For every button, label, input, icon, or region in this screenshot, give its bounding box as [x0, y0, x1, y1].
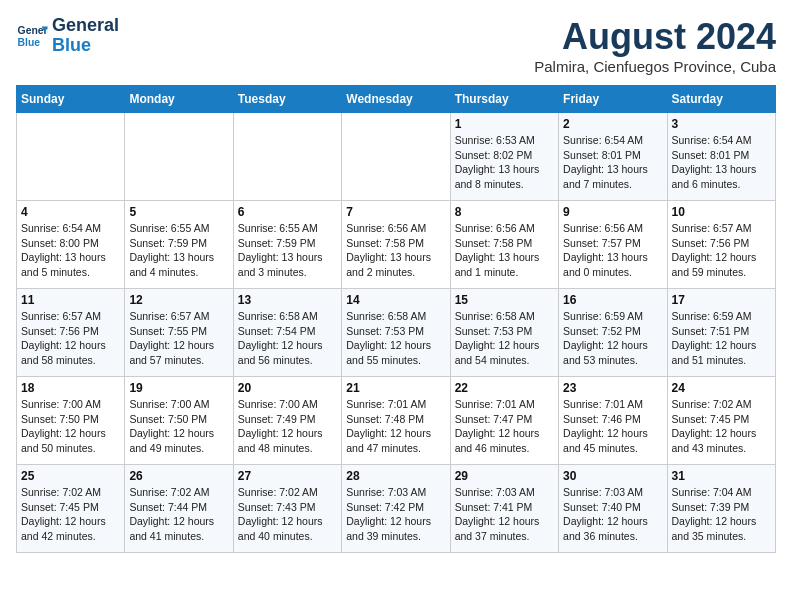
day-number: 6: [238, 205, 337, 219]
day-cell: [17, 113, 125, 201]
week-row-2: 4Sunrise: 6:54 AM Sunset: 8:00 PM Daylig…: [17, 201, 776, 289]
day-number: 16: [563, 293, 662, 307]
day-cell: 5Sunrise: 6:55 AM Sunset: 7:59 PM Daylig…: [125, 201, 233, 289]
day-info: Sunrise: 6:57 AM Sunset: 7:55 PM Dayligh…: [129, 309, 228, 368]
day-info: Sunrise: 7:04 AM Sunset: 7:39 PM Dayligh…: [672, 485, 771, 544]
day-number: 25: [21, 469, 120, 483]
day-cell: 21Sunrise: 7:01 AM Sunset: 7:48 PM Dayli…: [342, 377, 450, 465]
day-info: Sunrise: 6:57 AM Sunset: 7:56 PM Dayligh…: [672, 221, 771, 280]
day-number: 1: [455, 117, 554, 131]
day-info: Sunrise: 7:02 AM Sunset: 7:44 PM Dayligh…: [129, 485, 228, 544]
day-cell: 17Sunrise: 6:59 AM Sunset: 7:51 PM Dayli…: [667, 289, 775, 377]
day-info: Sunrise: 7:01 AM Sunset: 7:46 PM Dayligh…: [563, 397, 662, 456]
day-number: 8: [455, 205, 554, 219]
logo-text-general: General: [52, 16, 119, 36]
logo-icon: General Blue: [16, 20, 48, 52]
day-number: 4: [21, 205, 120, 219]
day-info: Sunrise: 7:00 AM Sunset: 7:50 PM Dayligh…: [21, 397, 120, 456]
day-cell: 28Sunrise: 7:03 AM Sunset: 7:42 PM Dayli…: [342, 465, 450, 553]
day-number: 2: [563, 117, 662, 131]
svg-text:Blue: Blue: [18, 36, 41, 47]
day-number: 13: [238, 293, 337, 307]
title-area: August 2024 Palmira, Cienfuegos Province…: [534, 16, 776, 75]
header-sunday: Sunday: [17, 86, 125, 113]
day-info: Sunrise: 6:56 AM Sunset: 7:57 PM Dayligh…: [563, 221, 662, 280]
day-cell: 19Sunrise: 7:00 AM Sunset: 7:50 PM Dayli…: [125, 377, 233, 465]
day-cell: 13Sunrise: 6:58 AM Sunset: 7:54 PM Dayli…: [233, 289, 341, 377]
day-cell: 8Sunrise: 6:56 AM Sunset: 7:58 PM Daylig…: [450, 201, 558, 289]
day-number: 28: [346, 469, 445, 483]
day-cell: 9Sunrise: 6:56 AM Sunset: 7:57 PM Daylig…: [559, 201, 667, 289]
calendar-subtitle: Palmira, Cienfuegos Province, Cuba: [534, 58, 776, 75]
day-cell: [342, 113, 450, 201]
day-info: Sunrise: 6:54 AM Sunset: 8:00 PM Dayligh…: [21, 221, 120, 280]
day-info: Sunrise: 7:02 AM Sunset: 7:43 PM Dayligh…: [238, 485, 337, 544]
day-cell: 25Sunrise: 7:02 AM Sunset: 7:45 PM Dayli…: [17, 465, 125, 553]
day-cell: 29Sunrise: 7:03 AM Sunset: 7:41 PM Dayli…: [450, 465, 558, 553]
header-thursday: Thursday: [450, 86, 558, 113]
day-number: 11: [21, 293, 120, 307]
day-info: Sunrise: 7:01 AM Sunset: 7:48 PM Dayligh…: [346, 397, 445, 456]
day-cell: [233, 113, 341, 201]
day-info: Sunrise: 6:59 AM Sunset: 7:51 PM Dayligh…: [672, 309, 771, 368]
day-number: 18: [21, 381, 120, 395]
day-info: Sunrise: 7:00 AM Sunset: 7:49 PM Dayligh…: [238, 397, 337, 456]
week-row-3: 11Sunrise: 6:57 AM Sunset: 7:56 PM Dayli…: [17, 289, 776, 377]
day-number: 9: [563, 205, 662, 219]
day-number: 14: [346, 293, 445, 307]
day-info: Sunrise: 6:58 AM Sunset: 7:53 PM Dayligh…: [455, 309, 554, 368]
day-info: Sunrise: 6:56 AM Sunset: 7:58 PM Dayligh…: [455, 221, 554, 280]
day-cell: 26Sunrise: 7:02 AM Sunset: 7:44 PM Dayli…: [125, 465, 233, 553]
day-cell: 24Sunrise: 7:02 AM Sunset: 7:45 PM Dayli…: [667, 377, 775, 465]
day-info: Sunrise: 6:59 AM Sunset: 7:52 PM Dayligh…: [563, 309, 662, 368]
day-info: Sunrise: 6:54 AM Sunset: 8:01 PM Dayligh…: [563, 133, 662, 192]
header-monday: Monday: [125, 86, 233, 113]
day-cell: 20Sunrise: 7:00 AM Sunset: 7:49 PM Dayli…: [233, 377, 341, 465]
header-friday: Friday: [559, 86, 667, 113]
day-number: 7: [346, 205, 445, 219]
day-cell: 7Sunrise: 6:56 AM Sunset: 7:58 PM Daylig…: [342, 201, 450, 289]
logo: General Blue General Blue: [16, 16, 119, 56]
day-cell: 30Sunrise: 7:03 AM Sunset: 7:40 PM Dayli…: [559, 465, 667, 553]
header: General Blue General Blue August 2024 Pa…: [16, 16, 776, 75]
day-number: 22: [455, 381, 554, 395]
day-info: Sunrise: 7:02 AM Sunset: 7:45 PM Dayligh…: [21, 485, 120, 544]
day-cell: 22Sunrise: 7:01 AM Sunset: 7:47 PM Dayli…: [450, 377, 558, 465]
logo-text-blue: Blue: [52, 36, 119, 56]
day-cell: 15Sunrise: 6:58 AM Sunset: 7:53 PM Dayli…: [450, 289, 558, 377]
day-number: 23: [563, 381, 662, 395]
day-cell: 6Sunrise: 6:55 AM Sunset: 7:59 PM Daylig…: [233, 201, 341, 289]
day-cell: [125, 113, 233, 201]
day-info: Sunrise: 7:01 AM Sunset: 7:47 PM Dayligh…: [455, 397, 554, 456]
calendar-header: SundayMondayTuesdayWednesdayThursdayFrid…: [17, 86, 776, 113]
calendar-title: August 2024: [534, 16, 776, 58]
day-cell: 3Sunrise: 6:54 AM Sunset: 8:01 PM Daylig…: [667, 113, 775, 201]
day-cell: 12Sunrise: 6:57 AM Sunset: 7:55 PM Dayli…: [125, 289, 233, 377]
day-info: Sunrise: 6:56 AM Sunset: 7:58 PM Dayligh…: [346, 221, 445, 280]
day-number: 17: [672, 293, 771, 307]
week-row-5: 25Sunrise: 7:02 AM Sunset: 7:45 PM Dayli…: [17, 465, 776, 553]
day-cell: 23Sunrise: 7:01 AM Sunset: 7:46 PM Dayli…: [559, 377, 667, 465]
week-row-1: 1Sunrise: 6:53 AM Sunset: 8:02 PM Daylig…: [17, 113, 776, 201]
day-number: 12: [129, 293, 228, 307]
day-number: 30: [563, 469, 662, 483]
day-info: Sunrise: 7:03 AM Sunset: 7:42 PM Dayligh…: [346, 485, 445, 544]
day-number: 20: [238, 381, 337, 395]
day-cell: 1Sunrise: 6:53 AM Sunset: 8:02 PM Daylig…: [450, 113, 558, 201]
day-cell: 2Sunrise: 6:54 AM Sunset: 8:01 PM Daylig…: [559, 113, 667, 201]
day-info: Sunrise: 7:00 AM Sunset: 7:50 PM Dayligh…: [129, 397, 228, 456]
header-tuesday: Tuesday: [233, 86, 341, 113]
day-info: Sunrise: 7:02 AM Sunset: 7:45 PM Dayligh…: [672, 397, 771, 456]
day-number: 27: [238, 469, 337, 483]
day-number: 29: [455, 469, 554, 483]
day-cell: 16Sunrise: 6:59 AM Sunset: 7:52 PM Dayli…: [559, 289, 667, 377]
day-number: 24: [672, 381, 771, 395]
calendar-table: SundayMondayTuesdayWednesdayThursdayFrid…: [16, 85, 776, 553]
day-info: Sunrise: 6:58 AM Sunset: 7:53 PM Dayligh…: [346, 309, 445, 368]
day-number: 3: [672, 117, 771, 131]
header-wednesday: Wednesday: [342, 86, 450, 113]
day-cell: 27Sunrise: 7:02 AM Sunset: 7:43 PM Dayli…: [233, 465, 341, 553]
day-info: Sunrise: 6:53 AM Sunset: 8:02 PM Dayligh…: [455, 133, 554, 192]
day-number: 15: [455, 293, 554, 307]
day-number: 26: [129, 469, 228, 483]
